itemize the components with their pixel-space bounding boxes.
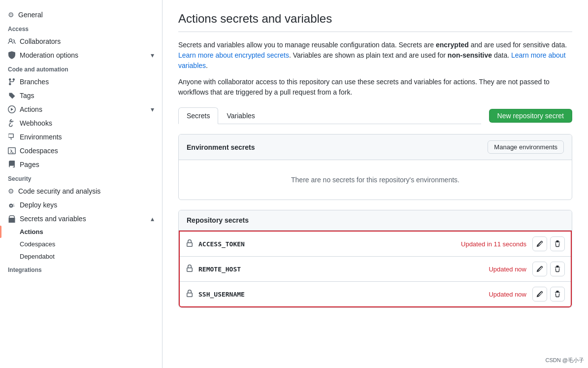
learn-more-encrypted-link[interactable]: Learn more about encrypted secrets — [178, 51, 289, 59]
sidebar-sub-item-actions[interactable]: Actions — [0, 226, 162, 238]
sidebar-item-moderation[interactable]: Moderation options ▾ — [0, 48, 162, 62]
secret-updated: Updated in 11 seconds — [461, 240, 526, 248]
sidebar-item-label: Actions — [20, 105, 42, 113]
lock-icon — [186, 239, 194, 249]
sidebar-sub-item-codespaces[interactable]: Codespaces — [0, 238, 162, 250]
environment-secrets-header: Environment secrets Manage environments — [179, 134, 572, 160]
table-row: SSH_USERNAME Updated now — [180, 282, 571, 306]
sidebar-item-webhooks[interactable]: Webhooks — [0, 116, 162, 130]
sidebar-item-label: Codespaces — [20, 147, 58, 155]
section-security: Security — [0, 171, 162, 184]
environment-secrets-title: Environment secrets — [187, 143, 255, 151]
new-repository-secret-button[interactable]: New repository secret — [489, 109, 572, 123]
chevron-down-icon: ▾ — [151, 105, 154, 113]
section-code-automation: Code and automation — [0, 62, 162, 75]
sidebar-item-label: Moderation options — [20, 51, 78, 59]
key-icon — [8, 201, 16, 209]
env-icon — [8, 133, 16, 141]
secret-actions — [532, 287, 565, 301]
repository-secrets-box: Repository secrets ACCESS_TOKEN Updated … — [178, 210, 572, 308]
sidebar-item-label: Secrets and variables — [20, 215, 86, 223]
sidebar-item-tags[interactable]: Tags — [0, 89, 162, 102]
delete-secret-button[interactable] — [550, 236, 565, 251]
sidebar-item-label: General — [18, 11, 43, 19]
people-icon — [8, 37, 16, 45]
gear-icon: ⚙ — [8, 11, 14, 19]
sidebar-item-label: Environments — [20, 133, 62, 141]
sidebar-item-secrets-variables[interactable]: Secrets and variables ▴ — [0, 212, 162, 226]
secret-actions — [532, 262, 565, 276]
tab-secrets[interactable]: Secrets — [178, 107, 218, 124]
tag-icon — [8, 92, 16, 100]
secret-updated: Updated now — [489, 266, 526, 273]
sidebar-item-actions[interactable]: Actions ▾ — [0, 102, 162, 116]
main-content: Actions secrets and variables Secrets an… — [163, 0, 588, 368]
section-access: Access — [0, 22, 162, 34]
delete-secret-button[interactable] — [550, 287, 565, 301]
sidebar-item-label: Deploy keys — [20, 201, 57, 209]
section-integrations: Integrations — [0, 263, 162, 275]
secret-updated: Updated now — [489, 291, 526, 298]
secret-name: SSH_USERNAME — [198, 291, 489, 298]
repository-secrets-list: ACCESS_TOKEN Updated in 11 seconds REMOT… — [179, 231, 572, 307]
sidebar-item-pages[interactable]: Pages — [0, 158, 162, 171]
tab-variables[interactable]: Variables — [218, 107, 263, 124]
lock-icon — [186, 290, 194, 299]
sidebar-item-collaborators[interactable]: Collaborators — [0, 34, 162, 48]
pages-icon — [8, 161, 16, 168]
edit-secret-button[interactable] — [532, 236, 547, 251]
sidebar-item-label: Pages — [20, 161, 39, 168]
description1: Secrets and variables allow you to manag… — [178, 40, 572, 71]
sidebar-item-label: Webhooks — [20, 119, 52, 127]
sidebar-item-environments[interactable]: Environments — [0, 130, 162, 144]
webhook-icon — [8, 119, 16, 127]
watermark: CSDN @毛小子 — [546, 357, 584, 364]
description2: Anyone with collaborator access to this … — [178, 77, 572, 98]
lock-icon — [186, 265, 194, 274]
sidebar-item-deploy-keys[interactable]: Deploy keys — [0, 198, 162, 212]
sidebar-item-codespaces[interactable]: Codespaces — [0, 144, 162, 158]
shield-icon — [8, 51, 16, 59]
delete-secret-button[interactable] — [550, 262, 565, 276]
environment-secrets-empty: There are no secrets for this repository… — [179, 160, 572, 200]
sidebar-item-general[interactable]: ⚙ General — [0, 8, 162, 22]
secret-name: REMOTE_HOST — [198, 266, 489, 273]
manage-environments-button[interactable]: Manage environments — [488, 140, 564, 154]
edit-secret-button[interactable] — [532, 262, 547, 276]
sidebar-item-code-security[interactable]: ⚙ Code security and analysis — [0, 184, 162, 198]
sidebar-sub-item-label: Dependabot — [20, 253, 55, 260]
branch-icon — [8, 78, 16, 86]
sidebar: ⚙ General Access Collaborators Moderatio… — [0, 0, 163, 368]
chevron-up-icon: ▴ — [151, 215, 154, 223]
repository-secrets-header: Repository secrets — [179, 210, 572, 231]
tabs-action-row: Secrets Variables New repository secret — [178, 107, 572, 124]
codespaces-icon — [8, 147, 16, 155]
sidebar-sub-item-label: Codespaces — [20, 240, 55, 248]
sidebar-item-branches[interactable]: Branches — [0, 75, 162, 89]
page-title: Actions secrets and variables — [178, 12, 572, 32]
sidebar-sub-item-label: Actions — [20, 228, 43, 235]
table-row: REMOTE_HOST Updated now — [180, 257, 571, 282]
sidebar-item-label: Collaborators — [20, 37, 61, 45]
sidebar-item-label: Branches — [20, 78, 49, 86]
tabs-wrapper: Secrets Variables New repository secret — [178, 107, 572, 124]
sidebar-item-label: Tags — [20, 92, 34, 100]
sidebar-sub-item-dependabot[interactable]: Dependabot — [0, 250, 162, 263]
environment-secrets-box: Environment secrets Manage environments … — [178, 134, 572, 200]
actions-icon — [8, 105, 16, 113]
sidebar-item-label: Code security and analysis — [18, 187, 100, 195]
secret-name: ACCESS_TOKEN — [198, 240, 461, 248]
edit-secret-button[interactable] — [532, 287, 547, 301]
codesecurity-icon: ⚙ — [8, 187, 14, 195]
secret-icon — [8, 215, 16, 223]
chevron-down-icon: ▾ — [151, 51, 154, 59]
secret-actions — [532, 236, 565, 251]
table-row: ACCESS_TOKEN Updated in 11 seconds — [180, 232, 571, 257]
